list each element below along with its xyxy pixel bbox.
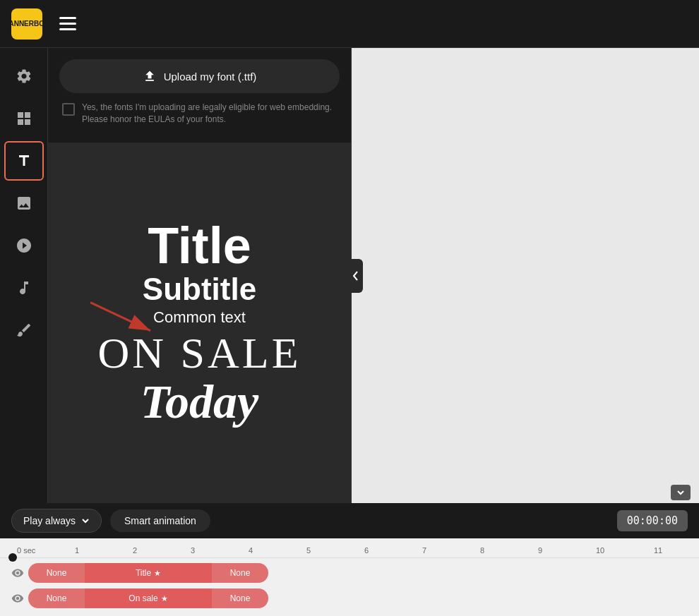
ruler-mark: 11 [654,546,699,555]
sidebar-item-image[interactable] [4,183,44,223]
track-eye-0[interactable] [11,567,24,579]
ruler-mark: 1 [75,546,133,555]
track-star-icon: ★ [154,569,161,578]
panel-collapse-button[interactable] [349,259,363,293]
track-bar-1[interactable]: NoneOn sale★None [28,588,268,608]
sidebar-item-video[interactable] [4,226,44,265]
preview-common-text: Common text [153,308,246,328]
left-panel-wrapper: Upload my font (.ttf) Yes, the fonts I'm… [48,48,352,503]
sidebar-item-settings[interactable] [4,56,44,96]
track-segment-none[interactable]: None [28,588,85,608]
ruler-mark: 3 [191,546,249,555]
upload-font-button[interactable]: Upload my font (.ttf) [59,59,340,93]
ruler-marks: 0 sec123456789101112 [11,546,699,555]
eula-checkbox[interactable] [62,103,75,116]
ruler-mark: 4 [249,546,306,555]
gear-icon [16,68,32,85]
track-bar-0[interactable]: NoneTitle★None [28,563,268,583]
hamburger-menu[interactable] [56,14,79,33]
svg-line-1 [90,303,150,331]
preview-today-text: Today [141,378,258,425]
track-segment-none[interactable]: None [28,563,85,583]
ruler-mark: 10 [596,546,654,555]
ruler-mark: 7 [422,546,480,555]
track-star-icon: ★ [161,594,168,603]
bottom-bar: Play always Smart animation 00:00:00 [0,503,699,538]
ruler-mark: 9 [538,546,596,555]
sidebar-item-text[interactable] [4,141,44,181]
main-area: Upload my font (.ttf) Yes, the fonts I'm… [0,48,699,503]
track-segment-main[interactable]: On sale★ [85,588,212,608]
topbar: BANNER BOO [0,0,699,48]
brush-icon [16,322,32,339]
track-eye-1[interactable] [11,592,24,605]
arrow-indicator [90,296,161,341]
upload-icon [143,69,157,83]
left-panel: Upload my font (.ttf) Yes, the fonts I'm… [48,48,352,503]
track-row: NoneTitle★None [11,562,699,584]
track-row: NoneOn sale★None [11,588,699,609]
timeline-playhead[interactable] [8,553,17,562]
ruler-mark: 8 [480,546,538,555]
track-segment-none[interactable]: None [212,563,268,583]
preview-title-text: Title [148,220,251,271]
ruler-mark: 5 [306,546,364,555]
layout-icon [16,110,32,127]
timeline-ruler: 0 sec123456789101112 [0,538,699,558]
smart-animation-button[interactable]: Smart animation [110,509,210,532]
font-preview: Title Subtitle Common text ON SALE Today [48,143,351,503]
ruler-mark: 6 [364,546,422,555]
canvas-collapse-bottom-button[interactable] [671,485,691,500]
track-segment-none[interactable]: None [212,588,268,608]
video-icon [16,237,32,254]
play-always-button[interactable]: Play always [11,509,102,533]
panel-header: Upload my font (.ttf) Yes, the fonts I'm… [48,48,351,143]
image-icon [16,195,32,212]
time-display: 00:00:00 [617,510,688,531]
text-icon [16,152,32,169]
ruler-mark: 0 sec [17,546,75,555]
sidebar [0,48,48,503]
eula-text: Yes, the fonts I'm uploading are legally… [82,102,337,126]
track-segment-main[interactable]: Title★ [85,563,212,583]
logo: BANNER BOO [11,8,42,40]
canvas-area [352,48,699,503]
sidebar-item-layout[interactable] [4,99,44,138]
timeline-tracks: NoneTitle★NoneNoneOn sale★None [0,558,699,616]
ruler-mark: 2 [133,546,191,555]
eula-row: Yes, the fonts I'm uploading are legally… [59,93,340,131]
chevron-down-icon [81,517,90,525]
timeline: 0 sec123456789101112 NoneTitle★NoneNoneO… [0,538,699,616]
sidebar-item-music[interactable] [4,268,44,308]
sidebar-item-brush[interactable] [4,310,44,350]
music-icon [16,279,32,296]
